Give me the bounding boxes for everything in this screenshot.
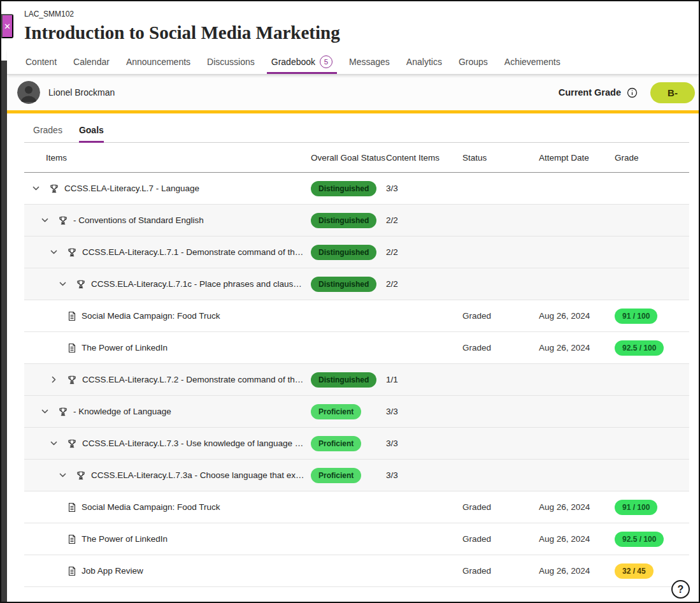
nav-tab-announcements[interactable]: Announcements <box>118 49 199 74</box>
attempt-date: Aug 26, 2024 <box>539 502 615 512</box>
expand-chevron-icon[interactable] <box>48 439 59 449</box>
content-items-count: 2/2 <box>386 247 462 257</box>
nav-tab-label: Announcements <box>126 57 190 67</box>
content-items-count: 3/3 <box>386 407 462 416</box>
help-button[interactable]: ? <box>671 580 690 599</box>
expand-chevron-icon[interactable] <box>31 184 41 194</box>
goal-status-badge: Distinguished <box>311 181 376 196</box>
goal-label[interactable]: - Knowledge of Language <box>73 407 171 416</box>
expand-chevron-icon[interactable] <box>48 375 59 385</box>
content-items-count: 3/3 <box>386 439 462 448</box>
close-panel-tab[interactable]: ✕ <box>1 14 13 38</box>
goal-label[interactable]: - Conventions of Standard English <box>73 215 204 225</box>
col-header-goal-status: Overall Goal Status <box>311 153 386 163</box>
table-row-item[interactable]: The Power of LinkedIn Graded Aug 26, 202… <box>24 523 689 555</box>
grade-badge[interactable]: 91 / 100 <box>615 309 657 324</box>
goal-trophy-icon <box>58 215 68 226</box>
nav-tab-discussions[interactable]: Discussions <box>199 49 263 74</box>
subtab-goals[interactable]: Goals <box>79 125 104 142</box>
goal-label[interactable]: CCSS.ELA-Literacy.L.7.2 - Demonstrate co… <box>82 375 306 384</box>
goal-status-badge: Distinguished <box>311 213 376 228</box>
goal-trophy-icon <box>49 184 59 194</box>
grading-status: Graded <box>462 566 539 576</box>
col-header-items: Items <box>24 153 311 163</box>
item-label[interactable]: Social Media Campaign: Food Truck <box>82 502 220 512</box>
expand-chevron-icon[interactable] <box>39 215 50 226</box>
table-row-item[interactable]: Social Media Campaign: Food Truck Graded… <box>24 300 689 332</box>
expand-chevron-icon[interactable] <box>39 407 50 417</box>
table-row-goal[interactable]: CCSS.ELA-Literacy.L.7.1c - Place phrases… <box>24 268 689 300</box>
gradebook-goals-page: ✕ LAC_SMM102 Introduction to Social Medi… <box>0 0 700 603</box>
nav-tab-groups[interactable]: Groups <box>450 49 496 74</box>
content-items-count: 3/3 <box>386 184 462 193</box>
goal-label[interactable]: CCSS.ELA-Literacy.L.7.1c - Place phrases… <box>91 279 306 289</box>
content-items-count: 2/2 <box>386 215 462 225</box>
subtab-grades[interactable]: Grades <box>33 125 62 142</box>
col-header-content-items: Content Items <box>386 153 462 163</box>
nav-tab-badge: 5 <box>320 55 332 68</box>
goal-trophy-icon <box>58 407 68 417</box>
course-nav: Content Calendar Announcements Discussio… <box>7 49 700 75</box>
goal-label[interactable]: CCSS.ELA-Literacy.L.7.3a - Choose langua… <box>91 470 306 480</box>
person-icon <box>17 81 40 104</box>
grading-status: Graded <box>462 311 539 321</box>
attempt-date: Aug 26, 2024 <box>539 311 615 321</box>
table-row-goal[interactable]: CCSS.ELA-Literacy.L.7 - Language Disting… <box>24 173 689 205</box>
grade-badge[interactable]: 91 / 100 <box>615 500 657 515</box>
nav-tab-gradebook[interactable]: Gradebook 5 <box>263 49 341 74</box>
item-label[interactable]: Social Media Campaign: Food Truck <box>82 311 220 321</box>
table-row-item[interactable]: Social Media Campaign: Food Truck Graded… <box>24 491 689 523</box>
table-row-goal[interactable]: - Conventions of Standard English Distin… <box>24 205 689 236</box>
goal-trophy-icon <box>67 247 77 258</box>
table-row-goal[interactable]: CCSS.ELA-Literacy.L.7.2 - Demonstrate co… <box>24 364 689 396</box>
nav-tab-content[interactable]: Content <box>17 49 65 74</box>
grading-status: Graded <box>462 534 539 544</box>
goal-status-badge: Distinguished <box>311 245 376 260</box>
nav-tab-label: Discussions <box>207 57 255 67</box>
item-label[interactable]: The Power of LinkedIn <box>82 343 168 352</box>
table-row-goal[interactable]: - Knowledge of Language Proficient 3/3 <box>24 396 689 428</box>
nav-tab-analytics[interactable]: Analytics <box>398 49 450 74</box>
table-row-item[interactable]: Job App Review Graded Aug 26, 2024 32 / … <box>24 555 689 587</box>
table-body: CCSS.ELA-Literacy.L.7 - Language Disting… <box>24 173 689 587</box>
current-grade-pill[interactable]: B- <box>650 82 695 103</box>
expand-chevron-icon[interactable] <box>48 247 59 258</box>
goal-trophy-icon <box>67 375 77 385</box>
goal-label[interactable]: CCSS.ELA-Literacy.L.7.1 - Demonstrate co… <box>82 247 306 257</box>
close-icon: ✕ <box>4 22 11 31</box>
goal-label[interactable]: CCSS.ELA-Literacy.L.7.3 - Use knowledge … <box>82 439 306 448</box>
table-row-goal[interactable]: CCSS.ELA-Literacy.L.7.3 - Use knowledge … <box>24 428 689 460</box>
document-icon <box>68 343 76 353</box>
document-icon <box>68 566 76 576</box>
goal-label[interactable]: CCSS.ELA-Literacy.L.7 - Language <box>64 184 199 193</box>
nav-tab-achievements[interactable]: Achievements <box>496 49 569 74</box>
content-items-count: 3/3 <box>386 470 462 480</box>
expand-chevron-icon[interactable] <box>57 279 68 289</box>
goal-trophy-icon <box>76 279 86 289</box>
item-label[interactable]: The Power of LinkedIn <box>82 534 168 544</box>
expand-chevron-icon[interactable] <box>57 470 68 481</box>
table-row-goal[interactable]: CCSS.ELA-Literacy.L.7.3a - Choose langua… <box>24 460 689 491</box>
item-label[interactable]: Job App Review <box>82 566 143 576</box>
content-items-count: 2/2 <box>386 279 462 289</box>
goal-status-badge: Distinguished <box>311 277 376 292</box>
collapsed-base-nav[interactable] <box>1 61 7 602</box>
course-code: LAC_SMM102 <box>24 10 687 18</box>
current-grade-info-button[interactable] <box>627 87 638 98</box>
grade-badge[interactable]: 92.5 / 100 <box>615 532 664 547</box>
nav-tab-label: Analytics <box>406 57 442 67</box>
nav-tab-label: Content <box>25 57 57 67</box>
nav-tab-messages[interactable]: Messages <box>341 49 398 74</box>
nav-tab-label: Gradebook <box>271 57 315 67</box>
goal-status-badge: Proficient <box>311 468 361 483</box>
current-grade-label: Current Grade <box>559 87 621 98</box>
nav-tab-calendar[interactable]: Calendar <box>65 49 118 74</box>
content-items-count: 1/1 <box>386 375 462 384</box>
grade-badge[interactable]: 92.5 / 100 <box>615 340 664 356</box>
table-row-goal[interactable]: CCSS.ELA-Literacy.L.7.1 - Demonstrate co… <box>24 236 689 268</box>
table-row-item[interactable]: The Power of LinkedIn Graded Aug 26, 202… <box>24 332 689 364</box>
grade-badge[interactable]: 32 / 45 <box>615 563 654 579</box>
question-mark-icon: ? <box>678 584 684 595</box>
page-title: Introduction to Social Media Marketing <box>24 22 687 43</box>
grades-goals-tabs: GradesGoals <box>24 113 689 143</box>
